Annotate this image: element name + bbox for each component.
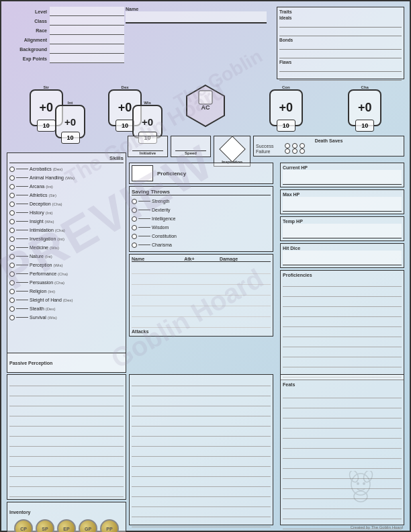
prof-line-3[interactable] — [283, 299, 402, 307]
prof-line-4[interactable] — [283, 309, 402, 317]
prof-line-5[interactable] — [283, 319, 402, 327]
con-box[interactable]: +0 10 — [269, 89, 303, 126]
prof-line-1[interactable] — [283, 279, 402, 287]
exp-input[interactable] — [50, 54, 124, 63]
success-circle-3[interactable] — [300, 143, 305, 148]
ideals-line-1[interactable] — [279, 20, 402, 28]
bottom-middle-notes[interactable] — [129, 374, 273, 525]
save-circle-con[interactable] — [132, 234, 137, 239]
skill-score-deception[interactable] — [16, 204, 28, 204]
save-score-str[interactable] — [138, 201, 150, 202]
prof-line-8[interactable] — [283, 349, 402, 357]
skill-circle-religion[interactable] — [9, 289, 15, 294]
save-score-int[interactable] — [138, 218, 150, 219]
skill-circle-sleight[interactable] — [9, 298, 15, 303]
skill-circle-investigation[interactable] — [9, 236, 15, 242]
prof-line-6[interactable] — [283, 329, 402, 337]
coin-ep[interactable]: EP — [57, 519, 76, 532]
skill-circle-survival[interactable] — [9, 315, 15, 320]
speed-value[interactable] — [175, 138, 206, 151]
flaws-line-1[interactable] — [279, 64, 402, 72]
attack-row-2[interactable] — [132, 274, 271, 285]
prof-line-2[interactable] — [283, 289, 402, 297]
class-input[interactable] — [50, 16, 124, 26]
failure-circle-2[interactable] — [292, 148, 298, 154]
coin-gp[interactable]: GP — [79, 519, 97, 532]
skill-circle-performance[interactable] — [9, 271, 15, 277]
skill-score-stealth[interactable] — [16, 308, 28, 309]
bottom-notes-box[interactable] — [7, 374, 126, 500]
skill-circle-deception[interactable] — [9, 202, 15, 207]
skill-circle-animal-handling[interactable] — [9, 175, 15, 181]
failure-circle-3[interactable] — [300, 148, 305, 154]
skill-score-perception[interactable] — [16, 265, 28, 265]
attack-row-6[interactable] — [132, 317, 271, 328]
wis-box[interactable]: +0 10 — [132, 105, 163, 138]
skill-score-arcana[interactable] — [16, 186, 28, 187]
save-score-cha[interactable] — [138, 245, 150, 245]
coin-sp[interactable]: SP — [36, 519, 54, 532]
skill-circle-persuasion[interactable] — [9, 280, 15, 285]
skill-score-medicine[interactable] — [16, 247, 28, 248]
skill-circle-perception[interactable] — [9, 263, 15, 268]
save-circle-int[interactable] — [132, 216, 137, 222]
skill-score-animal-handling[interactable] — [16, 177, 28, 178]
skill-score-religion[interactable] — [16, 291, 28, 292]
background-input[interactable] — [50, 44, 124, 54]
skill-circle-athletics[interactable] — [9, 193, 15, 198]
temp-hp-value[interactable] — [283, 224, 402, 238]
inspiration-diamond[interactable] — [219, 136, 246, 163]
int-score[interactable]: 10 — [61, 132, 80, 144]
alignment-input[interactable] — [50, 35, 124, 44]
save-circle-dex[interactable] — [132, 208, 137, 213]
skill-score-acrobatics[interactable] — [16, 169, 28, 169]
skill-circle-acrobatics[interactable] — [9, 167, 15, 172]
skill-circle-medicine[interactable] — [9, 245, 15, 251]
skill-circle-insight[interactable] — [9, 219, 15, 224]
proficiency-value[interactable] — [132, 165, 153, 181]
save-circle-cha[interactable] — [132, 242, 137, 248]
save-score-wis[interactable] — [138, 227, 150, 228]
current-hp-value[interactable] — [283, 170, 402, 185]
name-input[interactable] — [126, 11, 267, 24]
success-circle-2[interactable] — [292, 143, 298, 148]
attack-row-3[interactable] — [132, 285, 271, 296]
save-circle-str[interactable] — [132, 199, 137, 204]
attack-row-1[interactable] — [132, 263, 271, 274]
cha-score[interactable]: 10 — [355, 120, 374, 132]
level-input[interactable] — [50, 7, 124, 16]
max-hp-value[interactable] — [283, 197, 402, 212]
cha-box[interactable]: +0 10 — [348, 89, 381, 126]
skill-circle-arcana[interactable] — [9, 184, 15, 189]
skill-score-performance[interactable] — [16, 273, 28, 274]
prof-line-7[interactable] — [283, 339, 402, 347]
hit-dice-value[interactable] — [283, 251, 402, 265]
failure-circle-1[interactable] — [285, 148, 290, 154]
success-circle-1[interactable] — [285, 143, 290, 148]
int-box[interactable]: +0 10 — [55, 105, 85, 138]
skill-score-history[interactable] — [16, 212, 28, 213]
coin-cp[interactable]: CP — [14, 519, 33, 532]
feats-box[interactable]: Feats — [280, 374, 404, 525]
attack-row-4[interactable] — [132, 296, 271, 306]
skill-circle-stealth[interactable] — [9, 306, 15, 312]
race-input[interactable] — [50, 26, 124, 35]
skill-score-persuasion[interactable] — [16, 282, 28, 283]
prof-line-9[interactable] — [283, 359, 402, 367]
attack-row-5[interactable] — [132, 306, 271, 317]
save-score-con[interactable] — [138, 236, 150, 236]
save-circle-wis[interactable] — [132, 225, 137, 230]
skill-score-survival[interactable] — [16, 317, 28, 318]
skill-score-sleight[interactable] — [16, 300, 28, 300]
skill-score-investigation[interactable] — [16, 238, 28, 239]
coin-pp[interactable]: PP — [100, 519, 119, 532]
save-score-dex[interactable] — [138, 210, 150, 210]
skill-score-insight[interactable] — [16, 221, 28, 222]
con-score[interactable]: 10 — [277, 120, 295, 132]
skill-score-athletics[interactable] — [16, 195, 28, 195]
skill-score-intimidation[interactable] — [16, 230, 28, 230]
skill-circle-nature[interactable] — [9, 254, 15, 259]
skill-score-nature[interactable] — [16, 256, 28, 257]
skill-circle-intimidation[interactable] — [9, 228, 15, 233]
bonds-line-2[interactable] — [279, 51, 402, 58]
